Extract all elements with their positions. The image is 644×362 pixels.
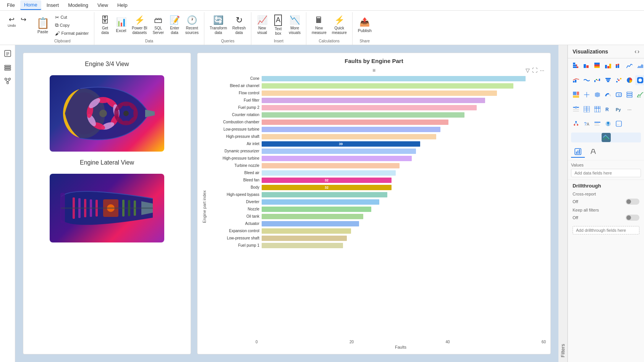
viz-waterfall-icon[interactable] xyxy=(592,75,602,85)
bar[interactable] xyxy=(262,105,477,110)
viz-collapse-button[interactable]: ‹ xyxy=(634,48,636,55)
bar[interactable]: 32 xyxy=(262,178,392,183)
enter-data-button[interactable]: 📝 Enter data xyxy=(167,12,182,38)
bar[interactable] xyxy=(262,83,513,89)
bar[interactable] xyxy=(262,120,448,125)
share-group: 📤 Publish Share xyxy=(353,12,377,45)
viz-kpi-icon[interactable]: KPI xyxy=(635,90,644,100)
viz-filled-map-icon[interactable] xyxy=(592,90,602,100)
nav-model-icon[interactable] xyxy=(2,76,13,86)
viz-ribbon-chart-icon[interactable] xyxy=(582,75,592,85)
viz-matrix-icon[interactable] xyxy=(592,104,602,114)
text-box-button[interactable]: A Text box xyxy=(270,12,286,38)
format-tab[interactable] xyxy=(586,146,600,158)
bar[interactable] xyxy=(262,214,363,219)
viz-more-icon[interactable]: ··· xyxy=(625,104,634,114)
viz-treemap-icon[interactable] xyxy=(571,90,581,100)
viz-gauge-icon[interactable] xyxy=(603,90,613,100)
bar[interactable] xyxy=(262,170,396,176)
bar[interactable] xyxy=(262,192,387,197)
viz-python-icon[interactable]: Py xyxy=(614,104,624,114)
new-measure-button[interactable]: 🖩 New measure xyxy=(309,12,329,38)
bar[interactable] xyxy=(262,76,526,81)
viz-map-icon[interactable] xyxy=(582,90,592,100)
viz-clustered-bar-icon[interactable] xyxy=(582,61,592,71)
build-tab[interactable] xyxy=(571,146,585,158)
drillthrough-field-input[interactable] xyxy=(573,226,639,234)
viz-qa-icon[interactable]: ?A xyxy=(582,119,592,129)
viz-custom-visual-btn[interactable] xyxy=(571,133,641,142)
viz-decomp-tree-icon[interactable] xyxy=(571,119,581,129)
recent-sources-button[interactable]: 🕐 Recent sources xyxy=(183,12,201,38)
cut-button[interactable]: ✂ Cut xyxy=(53,13,91,21)
new-visual-button[interactable]: 📈 New visual xyxy=(254,12,270,38)
paste-button[interactable]: 📋 Paste xyxy=(34,12,52,38)
excel-button[interactable]: 📊 Excel xyxy=(113,12,129,38)
menu-insert[interactable]: Insert xyxy=(43,1,63,10)
viz-slicer-icon[interactable] xyxy=(571,104,581,114)
refresh-data-button[interactable]: ↻ Refresh data xyxy=(230,12,248,38)
values-field-input[interactable] xyxy=(571,169,641,177)
viz-azure-map-icon[interactable] xyxy=(603,119,613,129)
bar[interactable] xyxy=(262,156,412,161)
bar[interactable] xyxy=(262,236,347,241)
bar[interactable] xyxy=(262,228,351,234)
menu-file[interactable]: File xyxy=(3,1,19,10)
bar[interactable] xyxy=(262,199,379,205)
nav-data-icon[interactable] xyxy=(2,62,13,73)
viz-area-chart-icon[interactable] xyxy=(635,61,644,71)
keep-filters-toggle[interactable] xyxy=(626,215,639,221)
format-painter-button[interactable]: 🖌 Format painter xyxy=(53,29,91,37)
redo-button[interactable]: ↪ xyxy=(19,14,28,29)
bar[interactable] xyxy=(262,90,497,96)
bar[interactable] xyxy=(262,112,464,118)
viz-stacked-bar-icon[interactable] xyxy=(571,61,581,71)
viz-r-script-icon[interactable]: R xyxy=(603,104,613,114)
power-bi-datasets-button[interactable]: ⚡ Power BI datasets xyxy=(129,12,150,38)
viz-scatter-icon[interactable] xyxy=(614,75,624,85)
menu-help[interactable]: Help xyxy=(113,1,131,10)
copy-button[interactable]: ⧉ Copy xyxy=(53,21,91,29)
viz-clustered-column-icon[interactable] xyxy=(603,61,613,71)
focus-icon[interactable]: ⛶ xyxy=(532,67,537,73)
viz-pie-chart-icon[interactable] xyxy=(625,75,634,85)
viz-multirow-card-icon[interactable] xyxy=(625,90,634,100)
viz-line-clustered-icon[interactable] xyxy=(571,75,581,85)
sql-server-button[interactable]: 🗃 SQL Server xyxy=(150,12,166,38)
viz-funnel-icon[interactable] xyxy=(603,75,613,85)
bar[interactable] xyxy=(262,207,371,212)
bar[interactable]: 32 xyxy=(262,185,392,190)
drag-handle-icon[interactable]: ≡ xyxy=(372,67,375,73)
viz-stacked-column-icon[interactable] xyxy=(614,61,624,71)
undo-button[interactable]: ↩ Undo xyxy=(6,14,18,29)
viz-line-chart-icon[interactable] xyxy=(625,61,634,71)
transform-data-button[interactable]: 🔄 Transform data xyxy=(207,12,229,38)
viz-custom-icon[interactable]: ... xyxy=(614,119,624,129)
filters-sidebar[interactable]: Filters xyxy=(558,45,568,362)
viz-smart-narrative-icon[interactable] xyxy=(592,119,602,129)
bar[interactable] xyxy=(262,221,359,226)
quick-measure-button[interactable]: ⚡ Quick measure xyxy=(330,12,349,38)
menu-modeling[interactable]: Modeling xyxy=(64,1,92,10)
viz-table-icon[interactable] xyxy=(582,104,592,114)
more-visuals-button[interactable]: 📉 More visuals xyxy=(286,12,303,38)
viz-stacked-bar-100-icon[interactable] xyxy=(592,61,602,71)
viz-donut-icon[interactable] xyxy=(635,75,644,85)
bar[interactable] xyxy=(262,98,485,103)
bar[interactable] xyxy=(262,243,343,248)
bar[interactable] xyxy=(262,163,400,168)
bar[interactable] xyxy=(262,134,436,139)
menu-home[interactable]: Home xyxy=(20,0,41,10)
bar[interactable]: 39 xyxy=(262,141,420,147)
bar[interactable] xyxy=(262,127,440,132)
publish-button[interactable]: 📤 Publish xyxy=(356,12,374,38)
cross-report-toggle[interactable] xyxy=(626,199,639,205)
bar[interactable] xyxy=(262,149,416,154)
viz-expand-button[interactable]: › xyxy=(638,48,639,55)
more-options-icon[interactable]: ··· xyxy=(540,67,544,73)
nav-report-icon[interactable] xyxy=(2,48,13,59)
get-data-button[interactable]: 🗄 Get data xyxy=(97,12,113,38)
menu-view[interactable]: View xyxy=(94,1,112,10)
filter-icon[interactable]: ▽ xyxy=(526,67,530,73)
viz-card-icon[interactable]: 42 xyxy=(614,90,624,100)
